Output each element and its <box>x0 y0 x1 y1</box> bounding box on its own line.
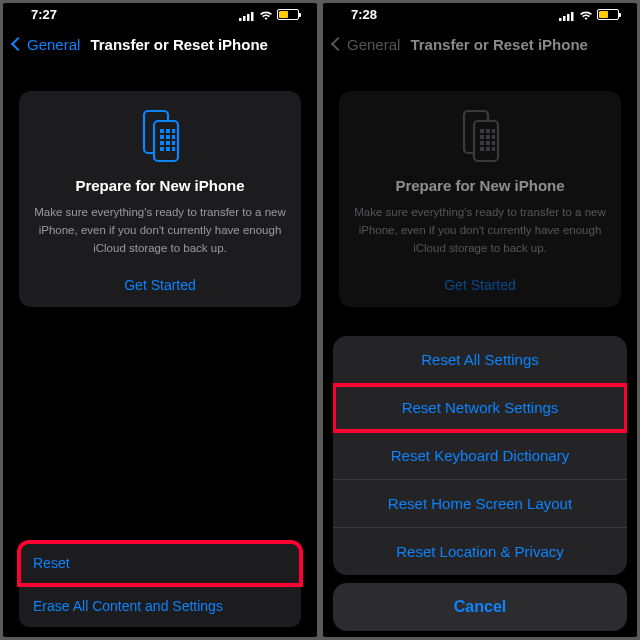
back-label: General <box>27 36 80 53</box>
reset-location-privacy-button[interactable]: Reset Location & Privacy <box>333 528 627 575</box>
erase-row[interactable]: Erase All Content and Settings <box>19 585 301 627</box>
svg-rect-25 <box>486 129 490 133</box>
svg-rect-31 <box>486 141 490 145</box>
svg-rect-20 <box>567 14 570 21</box>
svg-rect-7 <box>166 129 170 133</box>
transfer-phones-icon <box>33 109 287 163</box>
back-button: General <box>333 36 400 53</box>
signal-icon <box>559 9 575 19</box>
svg-rect-2 <box>247 14 250 21</box>
status-indicators <box>559 9 619 20</box>
bottom-options: Reset Erase All Content and Settings <box>19 542 301 627</box>
card-description: Make sure everything's ready to transfer… <box>33 204 287 257</box>
svg-rect-0 <box>239 18 242 21</box>
page-title: Transfer or Reset iPhone <box>90 36 268 53</box>
svg-rect-35 <box>492 147 495 151</box>
svg-rect-11 <box>172 135 175 139</box>
get-started-button[interactable]: Get Started <box>33 277 287 293</box>
card-description: Make sure everything's ready to transfer… <box>353 204 607 257</box>
card-title: Prepare for New iPhone <box>33 177 287 194</box>
svg-rect-3 <box>251 12 254 21</box>
reset-keyboard-dictionary-button[interactable]: Reset Keyboard Dictionary <box>333 432 627 480</box>
svg-rect-8 <box>172 129 175 133</box>
get-started-button: Get Started <box>353 277 607 293</box>
svg-rect-18 <box>559 18 562 21</box>
sheet-options: Reset All Settings Reset Network Setting… <box>333 336 627 575</box>
transfer-phones-icon <box>353 109 607 163</box>
prepare-card: Prepare for New iPhone Make sure everyth… <box>19 91 301 307</box>
svg-rect-13 <box>166 141 170 145</box>
status-bar: 7:27 <box>3 3 317 25</box>
status-time: 7:28 <box>351 7 377 22</box>
svg-rect-33 <box>480 147 484 151</box>
svg-rect-19 <box>563 16 566 21</box>
svg-rect-6 <box>160 129 164 133</box>
reset-row[interactable]: Reset <box>19 542 301 585</box>
wifi-icon <box>259 9 273 19</box>
wifi-icon <box>579 9 593 19</box>
battery-icon <box>597 9 619 20</box>
card-title: Prepare for New iPhone <box>353 177 607 194</box>
action-sheet: Reset All Settings Reset Network Setting… <box>333 336 627 631</box>
back-button[interactable]: General <box>13 36 80 53</box>
reset-network-settings-button[interactable]: Reset Network Settings <box>333 384 627 432</box>
phone-right: 7:28 General Transfer or Reset iPhone <box>323 3 637 637</box>
svg-rect-28 <box>486 135 490 139</box>
prepare-card: Prepare for New iPhone Make sure everyth… <box>339 91 621 307</box>
nav-bar: General Transfer or Reset iPhone <box>323 25 637 63</box>
svg-rect-10 <box>166 135 170 139</box>
svg-rect-1 <box>243 16 246 21</box>
status-indicators <box>239 9 299 20</box>
back-label: General <box>347 36 400 53</box>
cancel-button[interactable]: Cancel <box>333 583 627 631</box>
svg-rect-21 <box>571 12 574 21</box>
signal-icon <box>239 9 255 19</box>
svg-rect-32 <box>492 141 495 145</box>
svg-rect-24 <box>480 129 484 133</box>
svg-rect-14 <box>172 141 175 145</box>
page-title: Transfer or Reset iPhone <box>410 36 588 53</box>
chevron-left-icon <box>11 37 25 51</box>
svg-rect-12 <box>160 141 164 145</box>
status-time: 7:27 <box>31 7 57 22</box>
status-bar: 7:28 <box>323 3 637 25</box>
svg-rect-26 <box>492 129 495 133</box>
svg-rect-17 <box>172 147 175 151</box>
svg-rect-15 <box>160 147 164 151</box>
svg-rect-29 <box>492 135 495 139</box>
phone-left: 7:27 General Transfer or Reset iPhone <box>3 3 317 637</box>
nav-bar: General Transfer or Reset iPhone <box>3 25 317 63</box>
svg-rect-34 <box>486 147 490 151</box>
reset-home-screen-layout-button[interactable]: Reset Home Screen Layout <box>333 480 627 528</box>
svg-rect-9 <box>160 135 164 139</box>
svg-rect-30 <box>480 141 484 145</box>
reset-all-settings-button[interactable]: Reset All Settings <box>333 336 627 384</box>
svg-rect-27 <box>480 135 484 139</box>
battery-icon <box>277 9 299 20</box>
svg-rect-16 <box>166 147 170 151</box>
chevron-left-icon <box>331 37 345 51</box>
